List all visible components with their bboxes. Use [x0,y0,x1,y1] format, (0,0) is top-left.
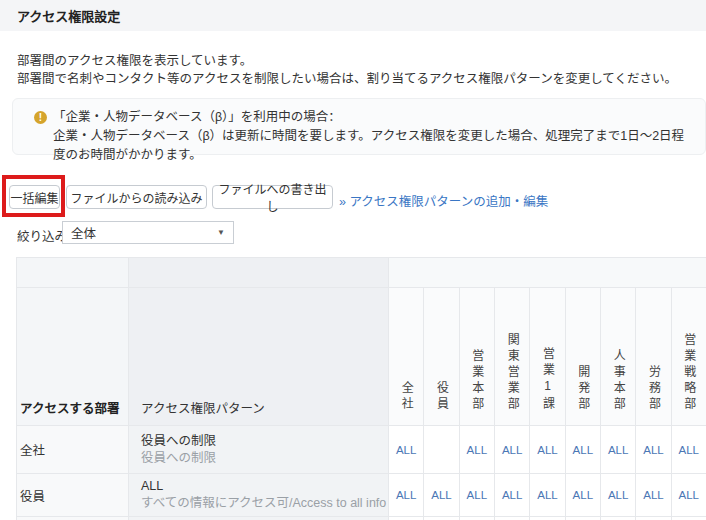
permission-cell: ALL [460,426,495,474]
permission-cell: ALL [636,474,671,517]
permission-value-link[interactable]: ALL [679,489,699,501]
dept-column-label: 役員 [435,381,447,413]
permission-value-link[interactable]: ALL [502,489,522,501]
import-from-file-button[interactable]: ファイルからの読み込み [66,185,207,209]
permission-value-link[interactable]: ALL [608,444,628,456]
column-header-pattern: アクセス権限パターン [129,288,389,426]
notice-line-1: 「企業・人物データベース（β）」を利用中の場合： [53,108,341,127]
row-department-cell: 役員 [17,474,129,517]
bulk-edit-button[interactable]: 一括編集 [9,185,60,209]
permission-value-link[interactable]: ALL [467,444,487,456]
pattern-description: 役員への制限 [141,450,388,467]
warning-icon: ! [34,111,47,124]
permission-value-link[interactable]: ALL [573,444,593,456]
dept-column-header-eigyo-senryakubu: 営業戦略部 [672,288,706,426]
permission-value-link[interactable]: ALL [573,489,593,501]
dept-column-header-eigyo-1ka: 営業1課 [530,288,565,426]
dept-column-header-romubu: 労務部 [636,288,671,426]
permission-value-link[interactable]: ALL [396,489,416,501]
chevron-down-icon: ▼ [217,228,225,237]
dept-column-header-kaihatsubu: 開発部 [566,288,601,426]
permission-value-link[interactable]: ALL [643,489,663,501]
edit-permission-pattern-link[interactable]: » アクセス権限パターンの追加・編集 [339,191,548,210]
permission-cell: ALL [389,426,424,474]
permission-value-link[interactable]: ALL [608,489,628,501]
permission-cell: ALL [530,426,565,474]
notice-line-2: 企業・人物データベース（β）は更新に時間を要します。アクセス権限を変更した場合、… [34,127,695,165]
beta-database-notice: ! 「企業・人物データベース（β）」を利用中の場合： 企業・人物データベース（β… [12,98,706,155]
dept-column-label: 関東営業部 [506,333,518,413]
filter-label: 絞り込み [17,226,67,245]
permission-cell [424,426,459,474]
dept-column-label: 開発部 [577,365,589,413]
dept-column-label: 全社 [400,381,412,413]
pattern-name: 役員への制限 [141,433,388,450]
dept-column-header-kanto-eigyobu: 関東営業部 [495,288,530,426]
header-band-pattern [129,258,389,288]
permission-value-link[interactable]: ALL [537,489,557,501]
row-pattern-cell: 役員への制限 役員への制限 [129,426,389,474]
dept-column-header-yakuin: 役員 [424,288,459,426]
permission-cell: ALL [672,426,706,474]
dept-column-header-zensha: 全社 [389,288,424,426]
permission-value-link[interactable]: ALL [396,444,416,456]
access-permission-settings-page: アクセス権限設定 部署間のアクセス権限を表示しています。 部署間で名刺やコンタク… [0,0,706,520]
permission-cell: ALL [672,474,706,517]
page-title-bar: アクセス権限設定 [0,0,706,31]
permission-cell: ALL [601,474,636,517]
dept-column-label: 営業本部 [471,349,483,413]
intro-line-2: 部署間で名刺やコンタクト等のアクセスを制限したい場合は、割り当てるアクセス権限パ… [17,70,677,88]
row-department-cell: 全社 [17,426,129,474]
dept-column-header-eigyo-honbu: 営業本部 [460,288,495,426]
permission-cell: ALL [424,474,459,517]
permission-value-link[interactable]: ALL [679,444,699,456]
permission-value-link[interactable]: ALL [537,444,557,456]
permission-value-link[interactable]: ALL [431,489,451,501]
permission-cell: ALL [566,474,601,517]
permission-value-link[interactable]: ALL [467,489,487,501]
filter-selected-value: 全体 [71,223,96,242]
permission-cell: ALL [495,474,530,517]
pattern-name: ALL [141,478,388,495]
permission-cell: ALL [495,426,530,474]
intro-text: 部署間のアクセス権限を表示しています。 部署間で名刺やコンタクト等のアクセスを制… [17,52,677,88]
header-band-department [17,258,129,288]
row-pattern-cell: ALL すべての情報にアクセス可/Access to all info [129,474,389,517]
permission-table: アクセスする部署 アクセス権限パターン 全社 役員 営業本部 関東営業部 営業1… [16,257,706,520]
filter-dropdown[interactable]: 全体 ▼ [62,221,234,244]
permission-value-link[interactable]: ALL [502,444,522,456]
pattern-description: すべての情報にアクセス可/Access to all info [141,495,388,512]
export-to-file-button[interactable]: ファイルへの書き出し [212,185,333,209]
permission-cell: ALL [530,474,565,517]
permission-cell: ALL [460,474,495,517]
dept-column-label: 労務部 [647,365,659,413]
permission-cell: ALL [636,426,671,474]
permission-value-link[interactable]: ALL [643,444,663,456]
dept-column-label: 人事本部 [612,349,624,413]
dept-column-label: 営業戦略部 [683,333,695,413]
permission-cell: ALL [389,474,424,517]
dept-column-label: 営業1課 [541,347,553,413]
intro-line-1: 部署間のアクセス権限を表示しています。 [17,52,677,70]
permission-cell: ALL [566,426,601,474]
column-header-department: アクセスする部署 [17,288,129,426]
dept-column-header-jinji-honbu: 人事本部 [601,288,636,426]
permission-cell: ALL [601,426,636,474]
page-title: アクセス権限設定 [17,6,120,25]
header-band-departments-span [389,258,706,288]
